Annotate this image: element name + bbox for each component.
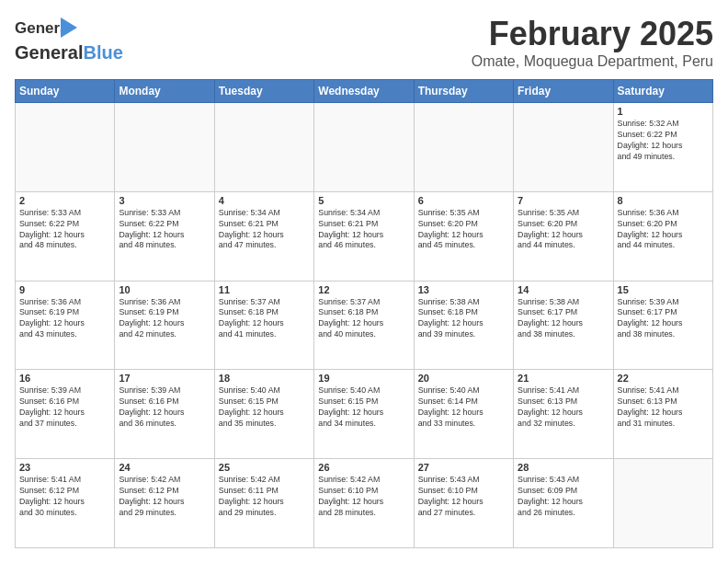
day-info: Sunrise: 5:33 AM Sunset: 6:22 PM Dayligh…	[119, 208, 210, 252]
table-row: 25Sunrise: 5:42 AM Sunset: 6:11 PM Dayli…	[214, 459, 313, 548]
day-number: 22	[618, 373, 709, 384]
table-row: 13Sunrise: 5:38 AM Sunset: 6:18 PM Dayli…	[414, 281, 513, 370]
logo: General General Blue	[15, 15, 123, 63]
header-tuesday: Tuesday	[214, 80, 313, 103]
day-info: Sunrise: 5:40 AM Sunset: 6:14 PM Dayligh…	[418, 385, 509, 430]
day-number: 26	[318, 462, 409, 473]
day-info: Sunrise: 5:37 AM Sunset: 6:18 PM Dayligh…	[318, 297, 409, 341]
header-saturday: Saturday	[613, 80, 712, 103]
table-row: 14Sunrise: 5:38 AM Sunset: 6:17 PM Dayli…	[514, 281, 613, 370]
table-row: 7Sunrise: 5:35 AM Sunset: 6:20 PM Daylig…	[514, 191, 613, 281]
table-row: 16Sunrise: 5:39 AM Sunset: 6:16 PM Dayli…	[16, 370, 115, 459]
day-number: 20	[418, 373, 509, 384]
header-wednesday: Wednesday	[314, 80, 414, 103]
day-number: 2	[19, 195, 110, 206]
day-info: Sunrise: 5:35 AM Sunset: 6:20 PM Dayligh…	[418, 208, 509, 252]
table-row: 20Sunrise: 5:40 AM Sunset: 6:14 PM Dayli…	[414, 370, 513, 459]
table-row: 10Sunrise: 5:36 AM Sunset: 6:19 PM Dayli…	[115, 281, 214, 370]
table-row: 1Sunrise: 5:32 AM Sunset: 6:22 PM Daylig…	[613, 103, 712, 192]
day-number: 23	[19, 462, 110, 473]
logo-icon: General	[15, 15, 61, 40]
table-row: 8Sunrise: 5:36 AM Sunset: 6:20 PM Daylig…	[613, 191, 712, 281]
week-row-0: 1Sunrise: 5:32 AM Sunset: 6:22 PM Daylig…	[16, 103, 713, 192]
header-sunday: Sunday	[16, 80, 115, 103]
table-row	[414, 103, 513, 192]
day-info: Sunrise: 5:32 AM Sunset: 6:22 PM Dayligh…	[618, 119, 709, 163]
day-number: 12	[318, 284, 409, 295]
day-info: Sunrise: 5:43 AM Sunset: 6:10 PM Dayligh…	[418, 475, 509, 519]
day-number: 21	[518, 373, 609, 384]
day-info: Sunrise: 5:41 AM Sunset: 6:13 PM Dayligh…	[618, 385, 709, 430]
table-row	[314, 103, 414, 192]
day-number: 28	[518, 462, 609, 473]
day-info: Sunrise: 5:36 AM Sunset: 6:20 PM Dayligh…	[618, 208, 709, 252]
table-row: 28Sunrise: 5:43 AM Sunset: 6:09 PM Dayli…	[514, 459, 613, 548]
table-row: 21Sunrise: 5:41 AM Sunset: 6:13 PM Dayli…	[514, 370, 613, 459]
header: General General Blue February 2025 Omate…	[15, 15, 713, 70]
table-row	[214, 103, 313, 192]
day-info: Sunrise: 5:35 AM Sunset: 6:20 PM Dayligh…	[518, 208, 609, 252]
table-row: 27Sunrise: 5:43 AM Sunset: 6:10 PM Dayli…	[414, 459, 513, 548]
table-row: 3Sunrise: 5:33 AM Sunset: 6:22 PM Daylig…	[115, 191, 214, 281]
day-info: Sunrise: 5:34 AM Sunset: 6:21 PM Dayligh…	[318, 208, 409, 252]
day-number: 8	[618, 195, 709, 206]
table-row: 23Sunrise: 5:41 AM Sunset: 6:12 PM Dayli…	[16, 459, 115, 548]
day-number: 11	[219, 284, 310, 295]
table-row: 18Sunrise: 5:40 AM Sunset: 6:15 PM Dayli…	[214, 370, 313, 459]
week-row-1: 2Sunrise: 5:33 AM Sunset: 6:22 PM Daylig…	[16, 191, 713, 281]
logo-general-text: General	[15, 42, 83, 63]
table-row: 19Sunrise: 5:40 AM Sunset: 6:15 PM Dayli…	[314, 370, 414, 459]
day-info: Sunrise: 5:34 AM Sunset: 6:21 PM Dayligh…	[219, 208, 310, 252]
day-info: Sunrise: 5:41 AM Sunset: 6:12 PM Dayligh…	[19, 475, 110, 519]
table-row: 6Sunrise: 5:35 AM Sunset: 6:20 PM Daylig…	[414, 191, 513, 281]
table-row: 24Sunrise: 5:42 AM Sunset: 6:12 PM Dayli…	[115, 459, 214, 548]
day-number: 7	[518, 195, 609, 206]
day-number: 24	[119, 462, 210, 473]
day-number: 18	[219, 373, 310, 384]
table-row: 9Sunrise: 5:36 AM Sunset: 6:19 PM Daylig…	[16, 281, 115, 370]
table-row	[115, 103, 214, 192]
table-row: 2Sunrise: 5:33 AM Sunset: 6:22 PM Daylig…	[16, 191, 115, 281]
day-info: Sunrise: 5:39 AM Sunset: 6:17 PM Dayligh…	[618, 297, 709, 341]
week-row-3: 16Sunrise: 5:39 AM Sunset: 6:16 PM Dayli…	[16, 370, 713, 459]
table-row: 15Sunrise: 5:39 AM Sunset: 6:17 PM Dayli…	[613, 281, 712, 370]
day-number: 15	[618, 284, 709, 295]
calendar-table: Sunday Monday Tuesday Wednesday Thursday…	[15, 79, 713, 548]
day-info: Sunrise: 5:42 AM Sunset: 6:12 PM Dayligh…	[119, 475, 210, 519]
day-info: Sunrise: 5:37 AM Sunset: 6:18 PM Dayligh…	[219, 297, 310, 341]
day-info: Sunrise: 5:42 AM Sunset: 6:10 PM Dayligh…	[318, 475, 409, 519]
page: General General Blue February 2025 Omate…	[0, 0, 728, 563]
table-row: 11Sunrise: 5:37 AM Sunset: 6:18 PM Dayli…	[214, 281, 313, 370]
logo-arrow-icon	[61, 17, 79, 38]
title-block: February 2025 Omate, Moquegua Department…	[472, 15, 713, 70]
main-title: February 2025	[472, 15, 713, 53]
table-row	[514, 103, 613, 192]
day-number: 10	[119, 284, 210, 295]
svg-marker-1	[61, 17, 77, 38]
header-monday: Monday	[115, 80, 214, 103]
header-thursday: Thursday	[414, 80, 513, 103]
table-row: 17Sunrise: 5:39 AM Sunset: 6:16 PM Dayli…	[115, 370, 214, 459]
day-info: Sunrise: 5:33 AM Sunset: 6:22 PM Dayligh…	[19, 208, 110, 252]
day-number: 6	[418, 195, 509, 206]
table-row: 22Sunrise: 5:41 AM Sunset: 6:13 PM Dayli…	[613, 370, 712, 459]
day-info: Sunrise: 5:40 AM Sunset: 6:15 PM Dayligh…	[318, 385, 409, 430]
day-number: 17	[119, 373, 210, 384]
day-number: 1	[618, 106, 709, 117]
day-info: Sunrise: 5:38 AM Sunset: 6:18 PM Dayligh…	[418, 297, 509, 341]
table-row: 5Sunrise: 5:34 AM Sunset: 6:21 PM Daylig…	[314, 191, 414, 281]
table-row: 12Sunrise: 5:37 AM Sunset: 6:18 PM Dayli…	[314, 281, 414, 370]
day-info: Sunrise: 5:36 AM Sunset: 6:19 PM Dayligh…	[119, 297, 210, 341]
week-row-2: 9Sunrise: 5:36 AM Sunset: 6:19 PM Daylig…	[16, 281, 713, 370]
day-info: Sunrise: 5:36 AM Sunset: 6:19 PM Dayligh…	[19, 297, 110, 341]
day-info: Sunrise: 5:43 AM Sunset: 6:09 PM Dayligh…	[518, 475, 609, 519]
svg-text:General: General	[15, 19, 61, 37]
day-number: 3	[119, 195, 210, 206]
day-number: 25	[219, 462, 310, 473]
day-number: 5	[318, 195, 409, 206]
day-number: 13	[418, 284, 509, 295]
day-info: Sunrise: 5:38 AM Sunset: 6:17 PM Dayligh…	[518, 297, 609, 341]
day-info: Sunrise: 5:41 AM Sunset: 6:13 PM Dayligh…	[518, 385, 609, 430]
day-number: 16	[19, 373, 110, 384]
day-number: 27	[418, 462, 509, 473]
